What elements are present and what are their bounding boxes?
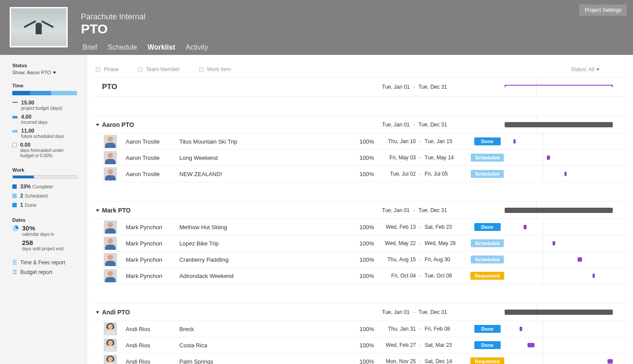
end-date: Fri, Jul 05 bbox=[425, 171, 466, 177]
status-badge: Requested bbox=[470, 272, 504, 280]
project-settings-button[interactable]: Project Settings bbox=[579, 4, 627, 16]
tab-activity[interactable]: Activity bbox=[186, 43, 208, 51]
status-badge: Requested bbox=[470, 357, 504, 364]
avatar bbox=[104, 269, 117, 282]
filter-team-member[interactable]: +Team Member bbox=[138, 66, 180, 72]
end-date: Fri, Aug 30 bbox=[425, 256, 466, 263]
time-progress-bar bbox=[12, 91, 77, 95]
status-badge: Done bbox=[474, 223, 501, 231]
report-icon: ☰ bbox=[12, 269, 17, 275]
gantt-cell bbox=[511, 337, 624, 353]
status-badge: Done bbox=[474, 325, 501, 333]
project-name: PTO bbox=[81, 22, 146, 36]
filter-phase[interactable]: +Phase bbox=[96, 66, 119, 72]
gantt-item-bar bbox=[524, 225, 527, 229]
task-name: Adirondack Weekend bbox=[179, 273, 348, 279]
end-date: Fri, Feb 08 bbox=[425, 326, 466, 332]
start-date: Wed, May 22 bbox=[374, 240, 416, 246]
avatar bbox=[104, 253, 117, 266]
report-link[interactable]: ☰Time & Fees report bbox=[12, 259, 77, 266]
work-item-row[interactable]: Andi RiosPalm Springs100%Mon, Nov 25-Sat… bbox=[91, 353, 629, 364]
work-item-row[interactable]: Mark PynchonCranberry Paddling100%Thu, A… bbox=[91, 251, 629, 267]
percent: 100% bbox=[348, 224, 374, 231]
status-badge: Scheduled bbox=[471, 154, 504, 162]
status-badge: Scheduled bbox=[471, 239, 504, 247]
percent: 100% bbox=[348, 358, 374, 364]
status-badge: Scheduled bbox=[471, 170, 504, 178]
percent: 100% bbox=[348, 138, 374, 145]
report-icon: ☰ bbox=[12, 259, 17, 266]
gantt-cell bbox=[511, 268, 624, 284]
tab-schedule[interactable]: Schedule bbox=[108, 43, 137, 51]
gantt-item-bar bbox=[547, 155, 550, 160]
work-item-row[interactable]: Aaron TrostleLong Weekend100%Fri, May 03… bbox=[91, 149, 629, 166]
task-name: Breck bbox=[179, 326, 348, 332]
work-item-row[interactable]: Mark PynchonLopez Bike Trip100%Wed, May … bbox=[91, 235, 629, 251]
group-header-row[interactable]: Mark PTOTue, Jan 01-Tue, Dec 31 bbox=[91, 201, 629, 219]
gantt-cell bbox=[505, 116, 618, 133]
gantt-item-bar bbox=[608, 359, 613, 364]
collapse-icon[interactable] bbox=[96, 122, 102, 127]
start-date: Wed, Feb 27 bbox=[374, 342, 416, 348]
gantt-cell bbox=[511, 150, 624, 166]
pie-icon bbox=[12, 225, 18, 231]
task-name: Titus Mountain Ski Trip bbox=[179, 138, 348, 145]
status-filter-dropdown[interactable]: Status: All bbox=[571, 66, 600, 72]
percent: 100% bbox=[348, 256, 374, 263]
gantt-cell bbox=[505, 303, 618, 321]
work-item-row[interactable]: Mark PynchonAdirondack Weekend100%Fri, O… bbox=[91, 267, 629, 284]
avatar bbox=[104, 135, 117, 148]
sidebar-time-title: Time bbox=[12, 83, 77, 88]
member-name: Aaron Trostle bbox=[126, 138, 179, 145]
swatch-icon bbox=[12, 184, 17, 189]
swatch-icon bbox=[12, 130, 18, 133]
member-name: Aaron Trostle bbox=[126, 155, 179, 161]
start-date: Thu, Aug 15 bbox=[374, 256, 416, 263]
sidebar: Status Show: Aaron PTO Time 15.00project… bbox=[0, 55, 87, 364]
work-item-row[interactable]: Mark PynchonMethow Hut Skiing100%Wed, Fe… bbox=[91, 219, 629, 235]
swatch-icon bbox=[12, 194, 17, 198]
start-date: Tue, Jul 02 bbox=[374, 171, 416, 177]
group-header-row[interactable]: Andi PTOTue, Jan 01-Tue, Dec 31 bbox=[91, 303, 629, 321]
work-item-row[interactable]: Andi RiosBreck100%Thu, Jan 31-Fri, Feb 0… bbox=[91, 321, 629, 337]
tab-brief[interactable]: Brief bbox=[83, 43, 97, 51]
member-name: Aaron Trostle bbox=[126, 171, 179, 177]
work-item-row[interactable]: Aaron TrostleNEW ZEALAND!100%Tue, Jul 02… bbox=[91, 166, 629, 182]
plus-icon: + bbox=[199, 67, 204, 72]
avatar bbox=[104, 237, 117, 250]
gantt-cell bbox=[511, 353, 624, 364]
gantt-item-bar bbox=[528, 343, 535, 347]
task-name: Lopez Bike Trip bbox=[179, 240, 348, 247]
gantt-group-bar bbox=[505, 310, 613, 315]
gantt-cell bbox=[505, 77, 618, 96]
work-stat: 1 Done bbox=[12, 202, 77, 208]
main-content: +Phase +Team Member +Work Item Status: A… bbox=[87, 55, 633, 364]
report-link[interactable]: ☰Budget report bbox=[12, 269, 77, 275]
gantt-item-bar bbox=[513, 139, 516, 144]
collapse-icon[interactable] bbox=[96, 208, 102, 213]
tab-worklist[interactable]: Worklist bbox=[148, 43, 175, 51]
section-header-row: PTO Tue, Jan 01 - Tue, Dec 31 bbox=[91, 77, 629, 96]
sidebar-show-dropdown[interactable]: Show: Aaron PTO bbox=[12, 70, 77, 75]
status-badge: Done bbox=[474, 341, 501, 349]
start-date: Thu, Jan 31 bbox=[374, 326, 416, 332]
member-name: Mark Pynchon bbox=[126, 240, 179, 247]
task-name: Costa Rica bbox=[179, 342, 348, 349]
start-date: Mon, Nov 25 bbox=[374, 358, 416, 364]
percent: 100% bbox=[348, 171, 374, 177]
avatar bbox=[104, 322, 117, 335]
app-header: Parachute Internal PTO Brief Schedule Wo… bbox=[0, 0, 633, 55]
gantt-item-bar bbox=[578, 257, 582, 262]
time-stat: 11.00future scheduled days bbox=[12, 128, 77, 139]
gantt-item-bar bbox=[564, 172, 567, 176]
member-name: Andi Rios bbox=[126, 326, 179, 332]
time-stat: 15.00project budget (days) bbox=[12, 100, 77, 111]
group-header-row[interactable]: Aaron PTOTue, Jan 01-Tue, Dec 31 bbox=[91, 115, 629, 133]
work-item-row[interactable]: Andi RiosCosta Rica100%Wed, Feb 27-Sat, … bbox=[91, 337, 629, 353]
task-name: Cranberry Paddling bbox=[179, 256, 348, 263]
filter-work-item[interactable]: +Work Item bbox=[199, 66, 231, 72]
work-item-row[interactable]: Aaron TrostleTitus Mountain Ski Trip100%… bbox=[91, 133, 629, 149]
collapse-icon[interactable] bbox=[96, 310, 102, 314]
end-date: Tue, Jan 15 bbox=[425, 138, 466, 144]
work-progress-bar bbox=[12, 175, 77, 179]
